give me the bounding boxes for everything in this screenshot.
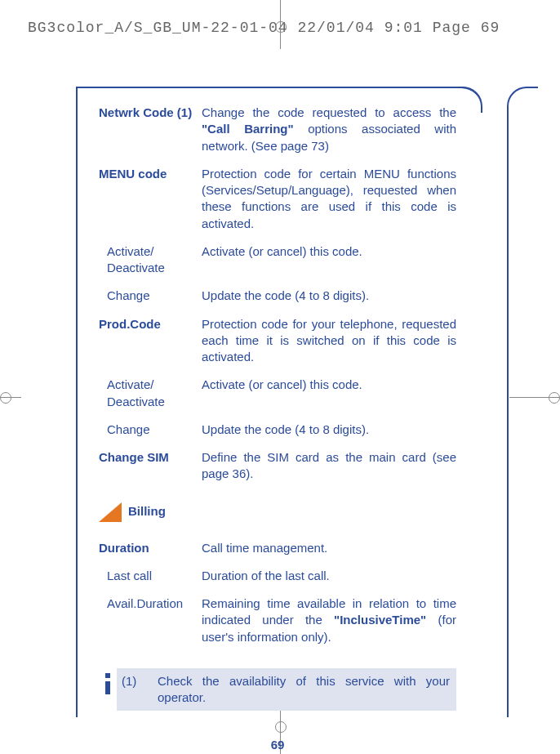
item-label: Prod.Code — [99, 316, 202, 366]
item-desc: Protection code for certain MENU functio… — [202, 166, 456, 232]
item-row: ChangeUpdate the code (4 to 8 digits). — [99, 288, 456, 304]
item-label: Change — [99, 422, 202, 438]
item-label: MENU code — [99, 166, 202, 232]
item-row: MENU codeProtection code for certain MEN… — [99, 166, 456, 232]
emphasis: "Call Barring" — [202, 122, 294, 136]
item-row: Activate/ DeactivateActivate (or cancel)… — [99, 243, 456, 277]
page-frame: Netwrk Code (1)Change the code requested… — [76, 87, 481, 717]
info-icon — [104, 671, 112, 696]
item-desc: Activate (or cancel) this code. — [202, 377, 456, 410]
billing-item-desc: Duration of the last call. — [202, 568, 456, 584]
page-content: Netwrk Code (1)Change the code requested… — [78, 88, 481, 754]
billing-item-row: Avail.DurationRemaining time available i… — [99, 596, 456, 645]
item-row: Netwrk Code (1)Change the code requested… — [99, 105, 456, 154]
footnote-text: Check the availability of this service w… — [151, 673, 450, 707]
section-billing: Billing — [99, 502, 456, 522]
item-label: Netwrk Code (1) — [99, 105, 202, 154]
billing-item-label: Duration — [99, 540, 202, 556]
billing-item-desc: Call time management. — [202, 540, 456, 556]
section-title: Billing — [128, 503, 166, 520]
svg-marker-0 — [99, 502, 122, 522]
item-label: Activate/ Deactivate — [99, 377, 202, 410]
item-desc: Protection code for your telephone, requ… — [202, 316, 456, 366]
item-desc: Update the code (4 to 8 digits). — [202, 422, 456, 438]
item-row: ChangeUpdate the code (4 to 8 digits). — [99, 422, 456, 438]
item-label: Activate/ Deactivate — [99, 243, 202, 277]
item-label: Change SIM — [99, 449, 202, 483]
item-row: Prod.CodeProtection code for your teleph… — [99, 316, 456, 366]
next-page-stub — [507, 87, 538, 717]
item-row: Change SIMDefine the SIM card as the mai… — [99, 449, 456, 483]
footnote-box: (1) Check the availability of this servi… — [99, 668, 456, 712]
crop-mark-left — [0, 397, 21, 398]
item-desc: Update the code (4 to 8 digits). — [202, 288, 456, 304]
svg-rect-2 — [105, 681, 110, 694]
billing-item-desc: Remaining time available in relation to … — [202, 596, 456, 645]
item-desc: Activate (or cancel) this code. — [202, 243, 456, 277]
billing-item-row: Last callDuration of the last call. — [99, 568, 456, 584]
header-slug: BG3color_A/S_GB_UM-22-01-04 22/01/04 9:0… — [28, 20, 500, 36]
item-row: Activate/ DeactivateActivate (or cancel)… — [99, 377, 456, 410]
item-label: Change — [99, 288, 202, 304]
footnote-number: (1) — [122, 673, 136, 689]
page-number: 69 — [99, 737, 456, 753]
billing-item-row: DurationCall time management. — [99, 540, 456, 556]
item-desc: Define the SIM card as the main card (se… — [202, 449, 456, 483]
emphasis: "InclusiveTime" — [334, 613, 426, 627]
billing-item-label: Avail.Duration — [99, 596, 202, 645]
crop-mark-top — [280, 0, 281, 49]
svg-rect-1 — [105, 673, 110, 678]
billing-item-label: Last call — [99, 568, 202, 584]
triangle-icon — [99, 502, 122, 522]
item-desc: Change the code requested to access the … — [202, 105, 456, 154]
